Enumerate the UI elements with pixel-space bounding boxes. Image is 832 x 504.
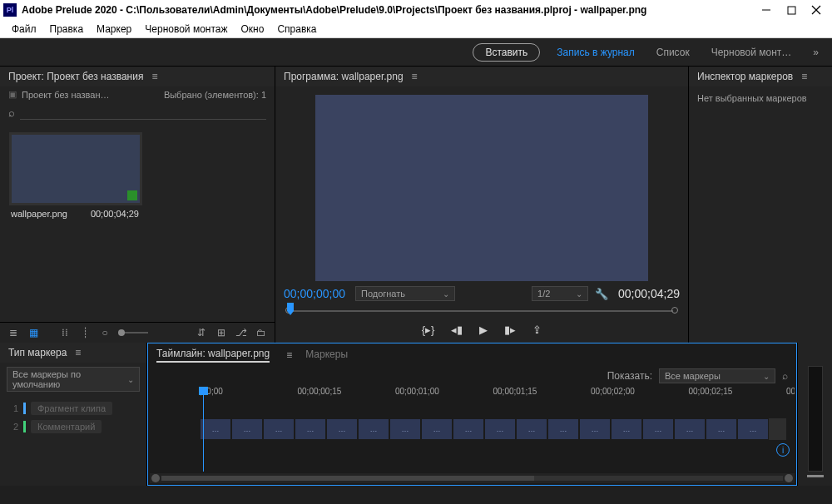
ruler-tick: 00;00;00;15 xyxy=(298,387,342,396)
zoom-reset-icon[interactable]: ○ xyxy=(98,327,111,338)
inspector-panel-title[interactable]: Инспектор маркеров ≡ xyxy=(689,67,832,86)
timeline-ruler[interactable]: ;00;0000;00;00;1500;00;01;0000;00;01;150… xyxy=(200,387,786,405)
step-forward-icon[interactable]: ▮▸ xyxy=(504,324,516,336)
panel-menu-icon[interactable]: ≡ xyxy=(412,71,418,82)
marker-set-dropdown[interactable]: Все маркеры по умолчанию ⌄ xyxy=(7,367,140,392)
timeline-clip[interactable]: … xyxy=(358,418,389,440)
thumb-view-icon[interactable]: ▦ xyxy=(27,327,40,338)
tool-icon-2[interactable]: ┊ xyxy=(78,327,92,338)
scroll-track[interactable] xyxy=(161,476,783,481)
timeline-body[interactable]: ;00;0000;00;00;1500;00;01;0000;00;01;150… xyxy=(150,387,795,472)
panel-menu-icon[interactable]: ≡ xyxy=(75,347,81,358)
minimize-icon xyxy=(761,5,771,15)
timeline-clip[interactable]: … xyxy=(295,418,326,440)
tool-icon-3[interactable]: ⊞ xyxy=(215,327,228,338)
workspace-list[interactable]: Список xyxy=(651,44,695,61)
timeline-clip[interactable]: … xyxy=(200,418,231,440)
minimize-button[interactable] xyxy=(754,0,779,20)
timeline-playhead[interactable] xyxy=(203,387,204,472)
list-view-icon[interactable]: ≣ xyxy=(7,327,20,338)
timeline-clip[interactable]: … xyxy=(484,418,516,440)
timeline-clip[interactable]: … xyxy=(389,418,421,440)
audio-meter-panel xyxy=(797,343,832,486)
export-icon[interactable]: ⇪ xyxy=(532,324,542,336)
marker-type-title[interactable]: Тип маркера ≡ xyxy=(0,343,146,363)
panel-menu-icon[interactable]: ≡ xyxy=(151,71,157,82)
timeline-scrollbar[interactable] xyxy=(150,473,795,483)
close-button[interactable] xyxy=(804,0,829,20)
info-icon[interactable]: i xyxy=(776,443,790,457)
play-icon[interactable]: ▶ xyxy=(479,324,488,336)
timeline-clip[interactable]: … xyxy=(547,418,579,440)
timeline-clip[interactable]: … xyxy=(579,418,611,440)
timeline-clip[interactable]: … xyxy=(516,418,547,440)
step-back-icon[interactable]: ◂▮ xyxy=(451,324,463,336)
workspace-logging[interactable]: Запись в журнал xyxy=(552,44,639,61)
marker-type-item[interactable]: 1Фрагмент клипа xyxy=(7,399,140,418)
ingest-button[interactable]: Вставить xyxy=(473,43,540,62)
project-panel-title[interactable]: Проект: Проект без названия ≡ xyxy=(0,67,275,86)
timeline-clip[interactable]: … xyxy=(611,418,642,440)
timeline-clip[interactable]: … xyxy=(674,418,706,440)
workspace-overflow[interactable]: » xyxy=(808,44,824,61)
menu-help[interactable]: Справка xyxy=(270,23,323,35)
panel-menu-icon[interactable]: ≡ xyxy=(801,71,807,82)
timeline-clip[interactable]: … xyxy=(737,418,769,440)
sort-icon[interactable]: ⇵ xyxy=(195,327,208,338)
media-type-icon xyxy=(127,190,137,200)
mark-in-out-icon[interactable]: {▸} xyxy=(422,324,435,336)
window-controls xyxy=(754,0,829,20)
program-monitor[interactable] xyxy=(275,86,688,284)
timeline-clip[interactable]: … xyxy=(231,418,263,440)
workspace-bar: Вставить Запись в журнал Список Черновой… xyxy=(0,38,832,67)
tab-timeline[interactable]: Таймлайн: wallpaper.png xyxy=(156,348,270,363)
timeline-clip[interactable]: … xyxy=(263,418,295,440)
menu-roughcut[interactable]: Черновой монтаж xyxy=(138,23,234,35)
close-icon xyxy=(811,5,821,15)
scroll-cap-left[interactable] xyxy=(151,474,160,482)
marker-filter-dropdown[interactable]: Все маркеры ⌄ xyxy=(659,368,775,383)
menu-window[interactable]: Окно xyxy=(235,23,271,35)
program-panel: Программа: wallpaper.png ≡ 00;00;00;00 П… xyxy=(275,67,689,343)
audio-meter[interactable] xyxy=(808,366,823,472)
tool-icon-1[interactable]: ⁞⁞ xyxy=(58,327,72,338)
fit-dropdown[interactable]: Подогнать ⌄ xyxy=(355,286,455,301)
tab-markers[interactable]: Маркеры xyxy=(305,348,348,362)
clip-name: wallpaper.png xyxy=(11,209,67,219)
tool-icon-4[interactable]: ⎇ xyxy=(235,327,248,338)
scroll-cap-right[interactable] xyxy=(785,474,793,482)
search-input[interactable] xyxy=(20,106,266,120)
panel-menu-icon[interactable]: ≡ xyxy=(286,349,292,361)
program-ruler[interactable] xyxy=(280,303,683,319)
search-icon[interactable]: ⌕ xyxy=(782,370,788,382)
marker-type-label: Комментарий xyxy=(31,420,102,433)
search-icon[interactable]: ⌕ xyxy=(8,104,15,121)
app-icon: Pl xyxy=(3,3,17,17)
marker-type-num: 2 xyxy=(8,422,18,432)
settings-icon[interactable]: 🔧 xyxy=(595,288,608,300)
scroll-thumb[interactable] xyxy=(161,476,534,481)
menu-marker[interactable]: Маркер xyxy=(90,23,138,35)
timeline-clip[interactable]: … xyxy=(706,418,737,440)
clip-thumbnail[interactable]: wallpaper.png 00;00;04;29 xyxy=(8,131,141,223)
bin-name[interactable]: Проект без назван… xyxy=(22,90,164,100)
timeline-clip[interactable]: … xyxy=(421,418,453,440)
window-titlebar: Pl Adobe Prelude 2020 - C:\Пользователи\… xyxy=(0,0,832,20)
menu-edit[interactable]: Правка xyxy=(43,23,91,35)
window-title: Adobe Prelude 2020 - C:\Пользователи\Adm… xyxy=(22,4,754,16)
timeline-clip[interactable]: … xyxy=(453,418,484,440)
menu-file[interactable]: Файл xyxy=(5,23,43,35)
timeline-track[interactable]: ……………………………………………… xyxy=(200,418,786,440)
new-folder-icon[interactable]: 🗀 xyxy=(255,327,268,338)
marker-type-item[interactable]: 2Комментарий xyxy=(7,418,140,436)
thumb-size-slider[interactable] xyxy=(118,332,148,334)
timecode-in[interactable]: 00;00;00;00 xyxy=(280,287,349,300)
maximize-button[interactable] xyxy=(779,0,804,20)
timeline-clip[interactable]: … xyxy=(642,418,674,440)
out-point-handle[interactable] xyxy=(671,307,678,314)
resolution-dropdown[interactable]: 1/2 ⌄ xyxy=(532,286,588,301)
workspace-roughcut[interactable]: Черновой монт… xyxy=(706,44,797,61)
playhead[interactable] xyxy=(285,303,295,316)
program-panel-title[interactable]: Программа: wallpaper.png ≡ xyxy=(275,67,688,86)
timeline-clip[interactable]: … xyxy=(326,418,358,440)
